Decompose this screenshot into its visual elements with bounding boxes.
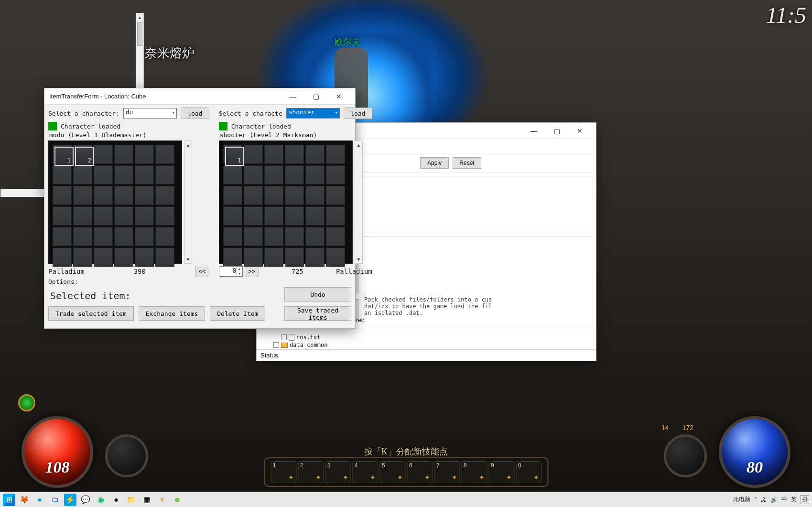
reset-button[interactable]: Reset <box>453 157 481 169</box>
tray-chevron-icon[interactable]: ˄ <box>754 496 757 503</box>
inventory-cell[interactable] <box>305 165 325 184</box>
inventory-cell[interactable] <box>244 206 263 226</box>
inventory-cell[interactable] <box>73 165 92 184</box>
inventory-cell[interactable] <box>73 206 92 226</box>
inventory-cell[interactable] <box>326 206 345 226</box>
transfer-left-button[interactable]: << <box>195 266 209 277</box>
inventory-cell[interactable] <box>285 206 304 226</box>
inventory-item[interactable]: 1 <box>225 147 244 166</box>
inventory-cell[interactable] <box>326 186 345 205</box>
inventory-cell[interactable] <box>114 165 133 184</box>
scroll-up-icon[interactable]: ▲ <box>184 141 192 149</box>
inventory-cell[interactable] <box>135 186 154 205</box>
tray-volume-icon[interactable]: 🔊 <box>770 496 778 503</box>
inventory-cell[interactable] <box>53 206 72 226</box>
start-button[interactable]: ⊞ <box>3 494 15 506</box>
inventory-cell[interactable] <box>305 186 325 205</box>
inventory-cell[interactable] <box>285 145 304 164</box>
inventory-cell[interactable] <box>285 227 304 246</box>
inventory-cell[interactable] <box>135 145 154 164</box>
exchange-button[interactable]: Exchange items <box>139 306 206 321</box>
inventory-cell[interactable] <box>135 248 154 267</box>
inventory-cell[interactable] <box>155 248 174 267</box>
inventory-scrollbar-right[interactable]: ▲ ▼ <box>355 140 363 264</box>
inventory-cell[interactable] <box>53 248 72 267</box>
ime-indicator[interactable]: 中 <box>781 496 787 504</box>
apply-button[interactable]: Apply <box>420 157 449 169</box>
character-combo-right[interactable]: shooter ▾ <box>286 108 340 119</box>
inventory-cell[interactable] <box>264 145 283 164</box>
taskbar-app-icon[interactable]: ☀ <box>156 494 168 506</box>
close-button[interactable]: ✕ <box>568 123 591 139</box>
inventory-cell[interactable] <box>326 248 345 267</box>
inventory-left[interactable]: 1 2 <box>48 140 182 264</box>
inventory-cell[interactable] <box>223 248 242 267</box>
inventory-cell[interactable] <box>114 248 133 267</box>
spin-up-icon[interactable]: ▲ <box>237 267 242 271</box>
close-button[interactable]: ✕ <box>327 89 350 104</box>
inventory-item[interactable]: 1 <box>54 147 74 166</box>
inventory-cell[interactable] <box>264 248 283 267</box>
inventory-cell[interactable] <box>73 248 92 267</box>
transfer-amount-input[interactable]: 0 ▲▼ <box>219 266 243 277</box>
inventory-cell[interactable] <box>94 186 113 205</box>
inventory-cell[interactable] <box>135 206 154 226</box>
inventory-cell[interactable] <box>155 186 174 205</box>
inventory-cell[interactable] <box>223 206 242 226</box>
ime-indicator[interactable]: 英 <box>791 496 797 504</box>
inventory-cell[interactable] <box>305 206 325 226</box>
undo-button[interactable]: Undo <box>284 287 351 302</box>
inventory-cell[interactable] <box>326 145 345 164</box>
tray-text[interactable]: 此电脑 <box>733 496 750 504</box>
inventory-cell[interactable] <box>285 165 304 184</box>
inventory-cell[interactable] <box>244 248 263 267</box>
scroll-thumb[interactable] <box>137 22 142 46</box>
inventory-cell[interactable] <box>223 186 242 205</box>
scroll-up-icon[interactable]: ▲ <box>136 13 143 22</box>
inventory-cell[interactable] <box>73 227 92 246</box>
inventory-cell[interactable] <box>326 165 345 184</box>
taskbar-app-icon[interactable]: ◉ <box>95 494 107 506</box>
inventory-right[interactable]: 1 <box>219 140 353 264</box>
inventory-cell[interactable] <box>285 248 304 267</box>
inventory-cell[interactable] <box>155 165 174 184</box>
taskbar-app-icon[interactable]: ⚡ <box>64 494 76 506</box>
inventory-cell[interactable] <box>114 186 133 205</box>
scroll-up-icon[interactable]: ▲ <box>355 141 362 149</box>
inventory-cell[interactable] <box>264 206 283 226</box>
taskbar-app-icon[interactable]: ☻ <box>171 494 184 506</box>
inventory-cell[interactable] <box>94 145 113 164</box>
tree-item-data-common[interactable]: data_common <box>290 342 327 348</box>
inventory-cell[interactable] <box>94 248 113 267</box>
taskbar-app-icon[interactable]: 📁 <box>125 494 138 506</box>
load-left-button[interactable]: load <box>181 108 209 119</box>
inventory-cell[interactable] <box>305 227 325 246</box>
maximize-button[interactable]: ▢ <box>304 89 327 104</box>
inventory-cell[interactable] <box>53 165 72 184</box>
maximize-button[interactable]: ▢ <box>545 123 568 139</box>
inventory-cell[interactable] <box>73 186 92 205</box>
save-button[interactable]: Save traded items <box>284 306 351 321</box>
inventory-cell[interactable] <box>244 186 263 205</box>
inventory-cell[interactable] <box>53 186 72 205</box>
inventory-cell[interactable] <box>223 227 242 246</box>
inventory-cell[interactable] <box>155 227 174 246</box>
inventory-cell[interactable] <box>244 227 263 246</box>
tree-checkbox[interactable] <box>281 334 287 340</box>
inventory-cell[interactable] <box>305 248 325 267</box>
inventory-cell[interactable] <box>135 165 154 184</box>
tray-network-icon[interactable]: 🖧 <box>761 496 767 503</box>
taskbar-app-icon[interactable]: ● <box>110 494 122 506</box>
inventory-cell[interactable] <box>264 227 283 246</box>
inventory-cell[interactable] <box>155 206 174 226</box>
inventory-cell[interactable] <box>285 186 304 205</box>
inventory-cell[interactable] <box>114 206 133 226</box>
inventory-cell[interactable] <box>223 165 242 184</box>
taskbar-app-icon[interactable]: 🦊 <box>18 494 31 506</box>
taskbar-app-icon[interactable]: 💬 <box>79 494 92 506</box>
inventory-cell[interactable] <box>305 145 325 164</box>
taskbar-app-icon[interactable]: ● <box>33 494 46 506</box>
inventory-cell[interactable] <box>155 145 174 164</box>
load-right-button[interactable]: load <box>344 108 372 119</box>
inventory-cell[interactable] <box>135 227 154 246</box>
